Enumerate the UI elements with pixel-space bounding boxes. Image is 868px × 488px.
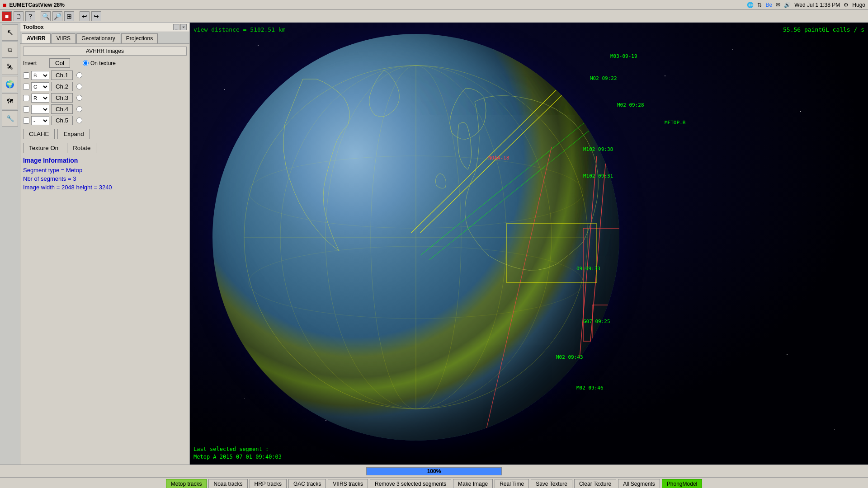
toolbox-close-btn[interactable]: × [180,24,187,30]
ch2-button[interactable]: Ch.2 [51,82,73,91]
menu-stop-icon[interactable]: ■ [2,11,12,21]
svg-line-0 [420,75,583,233]
invert-label: Invert [23,60,46,66]
noaa-tracks-btn[interactable]: Noaa tracks [208,479,247,488]
progress-text: 100% [367,468,501,475]
ch2-radio[interactable] [76,84,82,89]
texture-on-button[interactable]: Texture On [23,143,64,153]
titlebar-sync-icon: ⇅ [757,2,762,8]
tab-geostationary[interactable]: Geostationary [76,33,120,43]
menu-undo-icon[interactable]: ↩ [80,11,90,21]
toolbox: Toolbox _ × AVHRR VIIRS Geostationary Pr… [20,23,190,465]
ch3-checkbox[interactable] [23,95,29,101]
clear-texture-btn[interactable]: Clear Texture [574,479,616,488]
menu-file-icon[interactable]: 🗋 [14,11,24,21]
menu-zoom-fit-icon[interactable]: ⊞ [64,11,74,21]
ch5-button[interactable]: Ch.5 [51,116,73,125]
titlebar-volume-icon: 🔊 [784,2,791,8]
action-row-2: Texture On Rotate [23,143,187,153]
ch3-button[interactable]: Ch.3 [51,93,73,103]
ch5-select[interactable]: - [31,116,49,125]
ch1-button[interactable]: Ch.1 [51,70,73,80]
expand-button[interactable]: Expand [57,129,90,139]
titlebar-browser-icon: 🌐 [747,2,754,8]
image-size: Image width = 2048 height = 3240 [23,184,187,191]
sidebar-icon-map[interactable]: 🗺 [2,93,18,109]
tab-avhrr[interactable]: AVHRR [22,33,51,43]
ch1-select[interactable]: B [31,71,49,80]
last-segment-label: Last selected segment : [193,446,282,453]
image-information-section: Image Information Segment type = Metop N… [23,157,187,191]
sidebar-icon-arrow[interactable]: ↖ [2,24,18,41]
menu-zoom-out-icon[interactable]: 🔍 [41,11,51,21]
main-layout: ↖ ⧉ 🛰 🌍 🗺 🔧 Toolbox _ × AVHRR VIIRS Geos… [0,23,868,465]
toolbox-title: Toolbox [23,24,44,30]
ch4-radio[interactable] [76,106,82,112]
svg-point-12 [371,66,461,409]
real-time-btn[interactable]: Real Time [495,479,529,488]
on-texture-radio[interactable] [83,60,89,66]
ch1-radio[interactable] [76,72,82,78]
svg-point-13 [249,156,583,228]
titlebar-right: 🌐 ⇅ Be ✉ 🔊 Wed Jul 1 1:38 PM ⚙ Hugo [747,2,865,8]
svg-line-1 [411,77,570,233]
ch2-select[interactable]: G [31,82,49,91]
titlebar-mail-icon: ✉ [776,2,780,8]
sidebar-icon-satellite[interactable]: 🛰 [2,59,18,75]
sidebar-icon-layers[interactable]: ⧉ [2,42,18,58]
remove-segments-btn[interactable]: Remove 3 selected segments [370,479,451,488]
invert-row: Invert Col On texture [23,58,187,68]
col-button[interactable]: Col [49,58,70,68]
svg-point-10 [280,66,552,409]
save-texture-btn[interactable]: Save Texture [531,479,572,488]
titlebar-user: Hugo [852,2,865,8]
sidebar-icon-globe[interactable]: 🌍 [2,76,18,92]
phong-model-btn[interactable]: PhongModel [662,479,702,488]
svg-line-6 [484,147,552,441]
sidebar-icon-tools[interactable]: 🔧 [2,110,18,127]
last-segment-value: Metop-A 2015-07-01 09:40:03 [193,453,282,461]
menu-help-icon[interactable]: ? [25,11,35,21]
tab-viirs[interactable]: VIIRS [52,33,75,43]
nbr-segments: Nbr of segments = 3 [23,175,187,182]
channel-row-1: B Ch.1 [23,70,187,80]
svg-point-14 [249,246,583,319]
ch4-select[interactable]: - [31,105,49,114]
menu-zoom-in-icon[interactable]: 🔎 [52,11,62,21]
ch2-checkbox[interactable] [23,84,29,90]
app-title: EUMETCastView 28% [9,2,65,8]
make-image-btn[interactable]: Make Image [453,479,493,488]
ch5-checkbox[interactable] [23,117,29,124]
toolbox-minimize-btn[interactable]: _ [173,24,179,30]
titlebar: ■ EUMETCastView 28% 🌐 ⇅ Be ✉ 🔊 Wed Jul 1… [0,0,868,10]
menu-redo-icon[interactable]: ↪ [91,11,101,21]
tabs: AVHRR VIIRS Geostationary Projections [20,32,189,44]
gac-tracks-btn[interactable]: GAC tracks [288,479,326,488]
titlebar-settings-icon[interactable]: ⚙ [844,2,849,8]
ch5-radio[interactable] [76,117,82,123]
globe-area[interactable]: M03-09-19 M02 09:22 M02 09:28 METOP-B M1… [190,23,868,465]
tab-projections[interactable]: Projections [121,33,158,43]
hrp-tracks-btn[interactable]: HRP tracks [250,479,287,488]
ch3-radio[interactable] [76,95,82,101]
image-info-title: Image Information [23,157,187,164]
paint-calls: 55.56 paintGL calls / s [783,26,864,33]
ch4-button[interactable]: Ch.4 [51,104,73,114]
channel-row-3: R Ch.3 [23,93,187,103]
channel-row-4: - Ch.4 [23,104,187,114]
viirs-tracks-btn[interactable]: VIIRS tracks [328,479,368,488]
titlebar-time: Wed Jul 1 1:38 PM [794,2,840,8]
metop-tracks-btn[interactable]: Metop tracks [166,479,207,488]
titlebar-title: ■ EUMETCastView 28% [3,1,65,9]
ch4-checkbox[interactable] [23,106,29,113]
on-texture-group: On texture [83,60,116,66]
action-row-1: CLAHE Expand [23,129,187,139]
rotate-button[interactable]: Rotate [67,143,96,153]
globe-sphere[interactable] [212,34,619,441]
ch1-checkbox[interactable] [23,72,29,79]
all-segments-btn[interactable]: All Segments [618,479,660,488]
menubar: ■ 🗋 ? 🔍 🔎 ⊞ ↩ ↪ [0,10,868,23]
clahe-button[interactable]: CLAHE [23,129,55,139]
ch3-select[interactable]: R [31,94,49,103]
segment-type: Segment type = Metop [23,167,187,174]
